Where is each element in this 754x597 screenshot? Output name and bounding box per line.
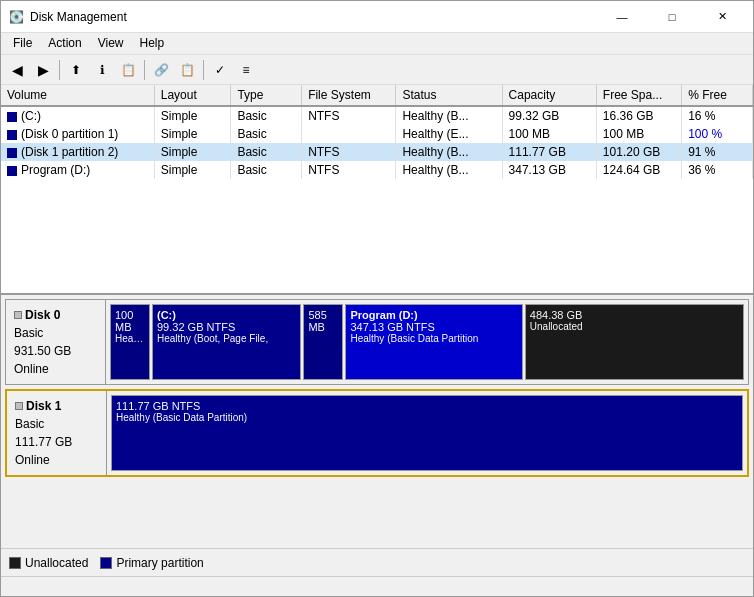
cell-pctfree: 16 % bbox=[682, 106, 753, 125]
menu-item-view[interactable]: View bbox=[90, 35, 132, 52]
toolbar-separator-3 bbox=[203, 60, 204, 80]
partition-d0p4[interactable]: Program (D:)347.13 GB NTFSHealthy (Basic… bbox=[345, 304, 522, 380]
cell-capacity: 111.77 GB bbox=[502, 143, 596, 161]
col-filesystem[interactable]: File System bbox=[302, 85, 396, 106]
disk-name: Disk 1 bbox=[15, 397, 98, 415]
cell-capacity: 100 MB bbox=[502, 125, 596, 143]
partition-size: 100 MB bbox=[115, 309, 145, 333]
toolbar-forward[interactable]: ▶ bbox=[31, 58, 55, 82]
partition-d1p1[interactable]: 111.77 GB NTFSHealthy (Basic Data Partit… bbox=[111, 395, 743, 471]
window-title-icon: 💽 bbox=[9, 10, 24, 24]
col-type[interactable]: Type bbox=[231, 85, 302, 106]
toolbar-copy[interactable]: 📋 bbox=[116, 58, 140, 82]
partition-d0p5[interactable]: 484.38 GBUnallocated bbox=[525, 304, 744, 380]
maximize-button[interactable]: □ bbox=[649, 4, 695, 30]
volume-icon bbox=[7, 130, 17, 140]
disk-icon bbox=[14, 311, 22, 319]
partition-size: 111.77 GB NTFS bbox=[116, 400, 738, 412]
col-layout[interactable]: Layout bbox=[154, 85, 231, 106]
disk-type: Basic bbox=[15, 415, 98, 433]
disk-partitions-disk1: 111.77 GB NTFSHealthy (Basic Data Partit… bbox=[107, 391, 747, 475]
legend-box-primary bbox=[100, 557, 112, 569]
toolbar: ◀ ▶ ⬆ ℹ 📋 🔗 📋 ✓ ≡ bbox=[1, 55, 753, 85]
toolbar-up[interactable]: ⬆ bbox=[64, 58, 88, 82]
partition-status: Unallocated bbox=[530, 321, 739, 332]
toolbar-action1[interactable]: 🔗 bbox=[149, 58, 173, 82]
cell-volume: (C:) bbox=[1, 106, 154, 125]
toolbar-back[interactable]: ◀ bbox=[5, 58, 29, 82]
menu-item-action[interactable]: Action bbox=[40, 35, 89, 52]
partition-d0p3[interactable]: 585 MB bbox=[303, 304, 343, 380]
cell-volume: (Disk 1 partition 2) bbox=[1, 143, 154, 161]
cell-layout: Simple bbox=[154, 125, 231, 143]
cell-filesystem bbox=[302, 125, 396, 143]
cell-layout: Simple bbox=[154, 143, 231, 161]
menu-bar: FileActionViewHelp bbox=[1, 33, 753, 55]
disk-size: 931.50 GB bbox=[14, 342, 97, 360]
cell-freespace: 16.36 GB bbox=[596, 106, 681, 125]
cell-filesystem: NTFS bbox=[302, 106, 396, 125]
partition-label: (C:) bbox=[157, 309, 296, 321]
menu-item-help[interactable]: Help bbox=[132, 35, 173, 52]
volume-icon bbox=[7, 148, 17, 158]
cell-status: Healthy (B... bbox=[396, 143, 502, 161]
cell-freespace: 101.20 GB bbox=[596, 143, 681, 161]
partition-d0p1[interactable]: 100 MBHealthy bbox=[110, 304, 150, 380]
col-capacity[interactable]: Capacity bbox=[502, 85, 596, 106]
table-row[interactable]: (Disk 1 partition 2)SimpleBasicNTFSHealt… bbox=[1, 143, 753, 161]
cell-layout: Simple bbox=[154, 106, 231, 125]
table-row[interactable]: (Disk 0 partition 1)SimpleBasicHealthy (… bbox=[1, 125, 753, 143]
table-row[interactable]: (C:)SimpleBasicNTFSHealthy (B...99.32 GB… bbox=[1, 106, 753, 125]
legend-label-unallocated: Unallocated bbox=[25, 556, 88, 570]
col-volume[interactable]: Volume bbox=[1, 85, 154, 106]
partition-size: 585 MB bbox=[308, 309, 338, 333]
toolbar-action2[interactable]: 📋 bbox=[175, 58, 199, 82]
disk-name: Disk 0 bbox=[14, 306, 97, 324]
partition-d0p2[interactable]: (C:)99.32 GB NTFSHealthy (Boot, Page Fil… bbox=[152, 304, 301, 380]
partition-status: Healthy (Basic Data Partition) bbox=[116, 412, 738, 423]
cell-pctfree: 100 % bbox=[682, 125, 753, 143]
cell-freespace: 100 MB bbox=[596, 125, 681, 143]
disk-management-window: 💽 Disk Management — □ ✕ FileActionViewHe… bbox=[0, 0, 754, 597]
partition-status: Healthy bbox=[115, 333, 145, 344]
partition-size: 484.38 GB bbox=[530, 309, 739, 321]
disk-partitions-disk0: 100 MBHealthy(C:)99.32 GB NTFSHealthy (B… bbox=[106, 300, 748, 384]
disk-row-disk1[interactable]: Disk 1 Basic 111.77 GB Online 111.77 GB … bbox=[5, 389, 749, 477]
legend-unallocated: Unallocated bbox=[9, 556, 88, 570]
window-title: Disk Management bbox=[30, 10, 127, 24]
legend-label-primary: Primary partition bbox=[116, 556, 203, 570]
table-area: Volume Layout Type File System Status Ca… bbox=[1, 85, 753, 295]
menu-item-file[interactable]: File bbox=[5, 35, 40, 52]
toolbar-info[interactable]: ℹ bbox=[90, 58, 114, 82]
disk-row-disk0[interactable]: Disk 0 Basic 931.50 GB Online 100 MBHeal… bbox=[5, 299, 749, 385]
cell-type: Basic bbox=[231, 161, 302, 179]
partition-label: Program (D:) bbox=[350, 309, 517, 321]
disk-icon bbox=[15, 402, 23, 410]
toolbar-check[interactable]: ✓ bbox=[208, 58, 232, 82]
title-bar: 💽 Disk Management — □ ✕ bbox=[1, 1, 753, 33]
volume-icon bbox=[7, 112, 17, 122]
volume-icon bbox=[7, 166, 17, 176]
disk-type: Basic bbox=[14, 324, 97, 342]
toolbar-list[interactable]: ≡ bbox=[234, 58, 258, 82]
close-button[interactable]: ✕ bbox=[699, 4, 745, 30]
cell-status: Healthy (E... bbox=[396, 125, 502, 143]
cell-type: Basic bbox=[231, 106, 302, 125]
legend-primary: Primary partition bbox=[100, 556, 203, 570]
disk-label-disk1: Disk 1 Basic 111.77 GB Online bbox=[7, 391, 107, 475]
minimize-button[interactable]: — bbox=[599, 4, 645, 30]
title-controls: — □ ✕ bbox=[599, 4, 745, 30]
cell-freespace: 124.64 GB bbox=[596, 161, 681, 179]
disk-area: Disk 0 Basic 931.50 GB Online 100 MBHeal… bbox=[1, 295, 753, 548]
col-status[interactable]: Status bbox=[396, 85, 502, 106]
cell-filesystem: NTFS bbox=[302, 161, 396, 179]
table-row[interactable]: Program (D:)SimpleBasicNTFSHealthy (B...… bbox=[1, 161, 753, 179]
partition-size: 99.32 GB NTFS bbox=[157, 321, 296, 333]
legend: Unallocated Primary partition bbox=[1, 548, 753, 576]
col-freespace[interactable]: Free Spa... bbox=[596, 85, 681, 106]
partition-size: 347.13 GB NTFS bbox=[350, 321, 517, 333]
cell-layout: Simple bbox=[154, 161, 231, 179]
col-pctfree[interactable]: % Free bbox=[682, 85, 753, 106]
main-content: Volume Layout Type File System Status Ca… bbox=[1, 85, 753, 576]
legend-box-unallocated bbox=[9, 557, 21, 569]
